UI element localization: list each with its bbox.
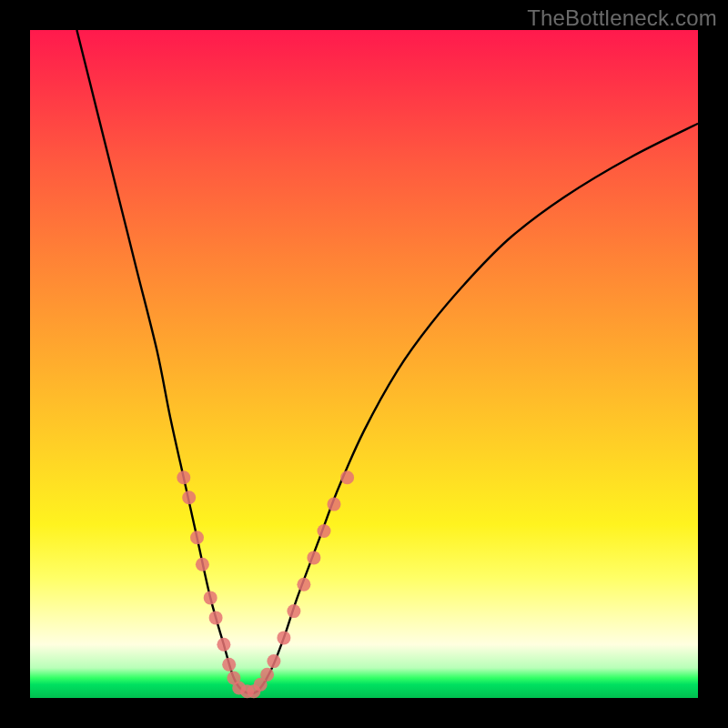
curve-marker (217, 638, 230, 652)
curve-marker (340, 470, 354, 484)
curve-marker (204, 591, 217, 604)
curve-marker (209, 611, 223, 624)
curve-marker (177, 470, 190, 484)
curve-marker (318, 524, 331, 538)
curve-marker (277, 631, 290, 644)
watermark-text: TheBottleneck.com (527, 5, 717, 31)
plot-area (30, 30, 698, 698)
curve-marker (287, 604, 300, 618)
curve-marker (196, 558, 209, 571)
curve-marker (297, 578, 310, 592)
bottleneck-curve-svg (30, 30, 698, 698)
curve-marker (307, 551, 320, 564)
curve-marker (328, 498, 341, 511)
curve-marker (222, 658, 236, 672)
curve-marker (267, 654, 280, 668)
chart-frame: TheBottleneck.com (0, 0, 728, 728)
bottleneck-curve (76, 30, 698, 693)
curve-marker (190, 531, 204, 544)
curve-marker (260, 668, 274, 682)
curve-marker (182, 490, 196, 504)
curve-markers (177, 470, 354, 698)
